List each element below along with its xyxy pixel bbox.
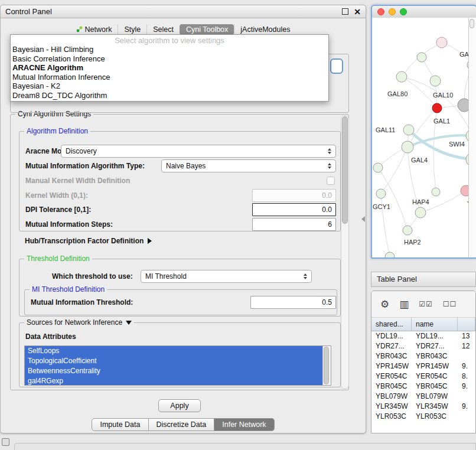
table-cell: YBL079W [412,392,458,402]
network-node-hap2[interactable] [403,226,412,235]
table-panel-title: Table Panel [377,275,417,283]
kernel-width-field[interactable]: 0.0 [252,189,336,202]
which-threshold-select[interactable]: MI Threshold [141,270,312,283]
threshold-definition-title: Threshold Definition [24,255,92,263]
tab-network[interactable]: Network [70,24,118,35]
network-graph[interactable]: GAL80GAL10GALGAL1GAL11SWI4GAL4GCY1YHAP4H… [372,18,469,257]
mi-threshold-label: Mutual Information Threshold: [31,298,133,306]
network-node-y[interactable] [461,185,469,196]
network-scrollbar[interactable] [468,18,476,257]
close-window-icon[interactable] [377,8,384,15]
data-attributes-label: Data Attributes [25,332,76,341]
network-edge[interactable] [378,168,407,230]
table-row[interactable]: YDL19...YDL19...13 [371,331,475,341]
scrollbar-thumb[interactable] [470,19,474,28]
mi-algorithm-type-select[interactable]: Naive Bayes [161,159,336,172]
table-cell: 12 [458,341,475,351]
network-node-gal80[interactable] [396,71,407,82]
scrollbar-thumb[interactable] [342,116,348,224]
deselect-all-icon[interactable]: ☐☐ [443,301,457,308]
float-panel-icon[interactable] [342,8,348,15]
apply-button[interactable]: Apply [158,399,201,412]
tab-style[interactable]: Style [118,24,146,35]
table-cell: 9. [458,361,475,371]
settings-gear-icon[interactable]: ⚙ [380,299,389,309]
select-all-icon[interactable]: ☑☑ [419,301,433,308]
table-row[interactable]: YLR053CYLR053C [371,412,475,422]
network-node-hap4[interactable] [415,207,426,218]
tab-infer-network[interactable]: Infer Network [214,418,274,431]
algorithm-help-button[interactable] [330,58,343,74]
minimize-window-icon[interactable] [389,8,396,15]
column-header-shared[interactable]: shared... [371,318,412,331]
scrollbar-thumb[interactable] [324,347,329,384]
column-header-col2[interactable] [458,318,475,331]
attributes-list[interactable]: SelfLoopsTopologicalCoefficientBetweenne… [24,345,331,386]
network-node-gal4[interactable] [402,141,413,153]
table-panel-header[interactable]: Table Panel [371,272,476,287]
zoom-window-icon[interactable] [400,8,407,15]
column-header-name[interactable]: name [412,318,458,331]
network-node[interactable] [432,188,440,196]
tab-jactivemodules[interactable]: jActiveModules [234,24,296,35]
manual-kernel-width-label: Manual Kernel Width Definition [25,177,130,185]
aracne-mode-select[interactable]: Discovery [61,145,336,158]
close-panel-icon[interactable]: ✕ [354,8,361,16]
attributes-scrollbar[interactable] [322,346,331,385]
node-label: GAL4 [411,156,428,164]
control-panel-title: Control Panel [5,7,342,16]
network-node[interactable] [385,252,395,257]
network-canvas[interactable]: GAL80GAL10GALGAL1GAL11SWI4GAL4GCY1YHAP4H… [372,18,476,257]
column-selector-icon[interactable]: ▥ [399,299,409,309]
mi-steps-field[interactable]: 6 [252,218,336,231]
network-node[interactable] [436,37,447,48]
network-node[interactable] [458,99,469,112]
attribute-item-selfloops[interactable]: SelfLoops [25,346,323,356]
control-panel-titlebar[interactable]: Control Panel ✕ [1,5,366,18]
threshold-definition-group: Threshold Definition Which threshold to … [19,259,341,317]
combo-arrows-icon [325,163,335,169]
dpi-tolerance-field[interactable]: 0.0 [252,203,336,216]
network-node-gal1[interactable] [432,103,442,113]
table-row[interactable]: YDR27...YDR27...12 [371,341,475,351]
network-node-gcy1[interactable] [376,189,386,198]
algorithm-option-dream8-dc-tdc-algorithm[interactable]: Dream8 DC_TDC Algorithm [11,91,328,100]
sources-title[interactable]: Sources for Network Inference [24,318,134,327]
table-row[interactable]: YBL079WYBL079W [371,392,475,402]
network-node[interactable] [417,53,426,62]
network-node[interactable] [373,163,383,172]
cyni-settings-group: Cyni Algorithm Settings Algorithm Defini… [10,114,349,390]
table-row[interactable]: YBR045CYBR045C9. [371,381,475,392]
hub-definition-expander[interactable]: Hub/Transcription Factor Definition [25,237,152,245]
table-row[interactable]: YBR043CYBR043C [371,351,475,361]
network-node-gal10[interactable] [430,76,441,86]
mi-threshold-value: 0.5 [322,298,332,306]
settings-scrollbar[interactable] [341,115,349,389]
table-window: ⚙▥☑☑☐☐ shared...name YDL19...YDL19...13Y… [371,291,476,433]
attribute-item-gal4rgexp[interactable]: gal4RGexp [25,376,323,386]
attribute-item-betweennesscentrality[interactable]: BetweennessCentrality [25,366,323,376]
table-row[interactable]: YLR345WYLR345W9. [371,402,475,412]
bottom-tab-bar: Impute DataDiscretize DataInfer Network [1,418,366,431]
algorithm-option-bayesian-k2[interactable]: Bayesian - K2 [11,81,328,91]
table-row[interactable]: YPR145WYPR145W9. [371,361,475,371]
table-cell: YDL19... [371,331,412,341]
algorithm-option-aracne-algorithm[interactable]: ARACNE Algorithm [11,63,328,73]
tab-impute-data[interactable]: Impute Data [92,418,148,431]
network-node-gal11[interactable] [403,125,414,135]
hidden-panel-icon[interactable] [2,438,9,446]
table-body: YDL19...YDL19...13YDR27...YDR27...12YBR0… [371,331,475,422]
tab-select[interactable]: Select [146,24,180,35]
algorithm-option-basic-correlation-inference[interactable]: Basic Correlation Inference [11,54,328,64]
manual-kernel-width-checkbox[interactable] [327,177,335,185]
algorithm-option-bayesian-hill-climbing[interactable]: Bayesian - Hill Climbing [11,45,328,54]
mi-threshold-field[interactable]: 0.5 [250,296,336,309]
splitter-arrow-icon[interactable] [361,216,365,222]
network-window-titlebar[interactable] [372,6,476,18]
tab-cyni-toolbox[interactable]: Cyni Toolbox [180,24,234,35]
mi-steps-label: Mutual Information Steps: [25,220,113,229]
table-row[interactable]: YER054CYER054C8. [371,371,475,381]
attribute-item-topologicalcoefficient[interactable]: TopologicalCoefficient [25,356,323,366]
algorithm-option-mutual-information-inference[interactable]: Mutual Information Inference [11,73,328,82]
tab-discretize-data[interactable]: Discretize Data [149,418,215,431]
